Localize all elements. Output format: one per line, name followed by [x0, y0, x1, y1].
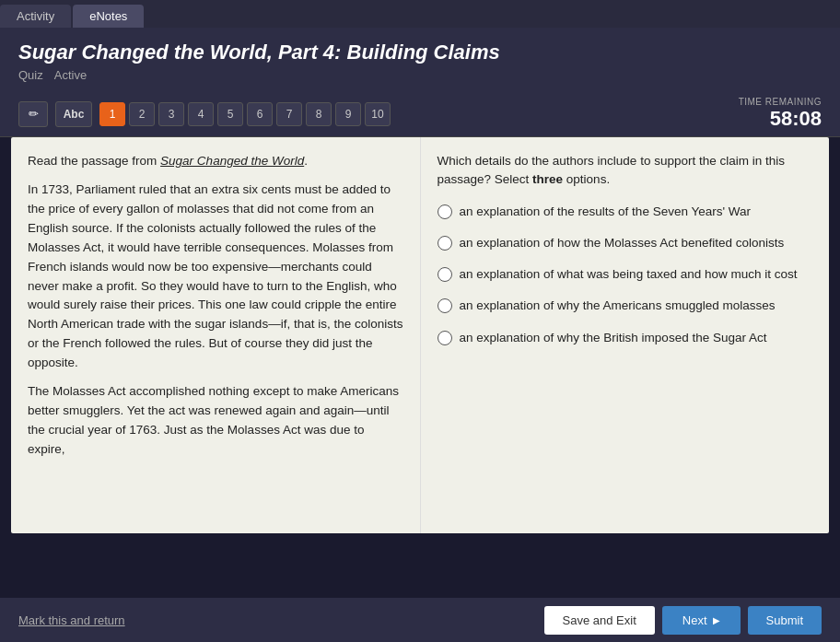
pencil-button[interactable]: ✏ [18, 101, 48, 127]
option-e[interactable]: an explanation of why the British impose… [438, 329, 813, 347]
title-rest: , Part 4: Building Claims [267, 41, 500, 64]
question-part2: options. [563, 172, 610, 186]
checkbox-e[interactable] [438, 331, 452, 345]
header-subtitle: Quiz Active [18, 68, 822, 82]
q-num-5[interactable]: 5 [217, 102, 243, 126]
checkbox-b[interactable] [438, 236, 452, 251]
abc-label: Abc [64, 108, 85, 121]
option-c-text: an explanation of what was being taxed a… [460, 265, 798, 284]
quiz-label: Quiz [18, 68, 43, 82]
right-panel: Which details do the authors include to … [421, 137, 830, 533]
tab-bar: Activity eNotes [0, 0, 840, 28]
toolbar-left: ✏ Abc 1 2 3 4 5 6 7 8 9 10 [18, 101, 391, 127]
next-button[interactable]: Next [662, 606, 741, 635]
title-italic: Sugar Changed the World [18, 41, 267, 64]
option-a[interactable]: an explanation of the results of the Sev… [438, 203, 813, 221]
passage-intro-end: . [304, 154, 308, 168]
header: Sugar Changed the World, Part 4: Buildin… [0, 28, 840, 91]
q-num-9[interactable]: 9 [335, 102, 361, 126]
passage-intro-text: Read the passage from [28, 154, 160, 168]
passage-paragraph1: In 1733, Parliament ruled that an extra … [28, 181, 403, 373]
mark-return-link[interactable]: Mark this and return [18, 613, 125, 627]
passage-intro: Read the passage from Sugar Changed the … [28, 152, 403, 171]
bottom-buttons: Save and Exit Next Submit [544, 606, 822, 635]
checkbox-d[interactable] [438, 298, 452, 313]
question-numbers: 1 2 3 4 5 6 7 8 9 10 [99, 102, 391, 126]
option-d[interactable]: an explanation of why the Americans smug… [438, 297, 813, 315]
abc-button[interactable]: Abc [55, 101, 92, 127]
left-panel: Read the passage from Sugar Changed the … [11, 137, 421, 533]
checkbox-c[interactable] [438, 267, 452, 282]
option-b[interactable]: an explanation of how the Molasses Act b… [438, 234, 813, 252]
passage-link[interactable]: Sugar Changed the World [160, 154, 304, 168]
main-content: Read the passage from Sugar Changed the … [11, 137, 829, 533]
timer-value: 58:08 [739, 107, 822, 131]
q-num-8[interactable]: 8 [306, 102, 332, 126]
timer-label: TIME REMAINING [739, 97, 822, 107]
question-bold: three [532, 172, 563, 186]
option-c[interactable]: an explanation of what was being taxed a… [438, 265, 813, 284]
q-num-3[interactable]: 3 [158, 102, 184, 126]
tab-activity[interactable]: Activity [0, 5, 71, 28]
q-num-2[interactable]: 2 [129, 102, 155, 126]
submit-button[interactable]: Submit [748, 606, 822, 635]
pencil-icon: ✏ [29, 107, 39, 121]
timer-area: TIME REMAINING 58:08 [739, 97, 822, 131]
option-b-text: an explanation of how the Molasses Act b… [460, 234, 785, 252]
option-d-text: an explanation of why the Americans smug… [460, 297, 776, 315]
q-num-7[interactable]: 7 [276, 102, 302, 126]
option-a-text: an explanation of the results of the Sev… [460, 203, 752, 221]
bottom-bar: Mark this and return Save and Exit Next … [0, 598, 840, 642]
tab-enotes[interactable]: eNotes [73, 5, 144, 28]
page-title: Sugar Changed the World, Part 4: Buildin… [18, 41, 822, 64]
checkbox-a[interactable] [438, 204, 452, 219]
q-num-1[interactable]: 1 [99, 102, 125, 126]
q-num-4[interactable]: 4 [188, 102, 214, 126]
question-part1: Which details do the authors include to … [438, 154, 785, 186]
q-num-10[interactable]: 10 [365, 102, 391, 126]
question-text: Which details do the authors include to … [438, 152, 813, 190]
passage-paragraph2: The Molasses Act accomplished nothing ex… [28, 382, 403, 460]
toolbar: ✏ Abc 1 2 3 4 5 6 7 8 9 10 TIME REMAININ… [0, 91, 840, 137]
status-label: Active [54, 68, 87, 82]
option-e-text: an explanation of why the British impose… [460, 329, 767, 347]
q-num-6[interactable]: 6 [247, 102, 273, 126]
save-exit-button[interactable]: Save and Exit [544, 606, 655, 635]
